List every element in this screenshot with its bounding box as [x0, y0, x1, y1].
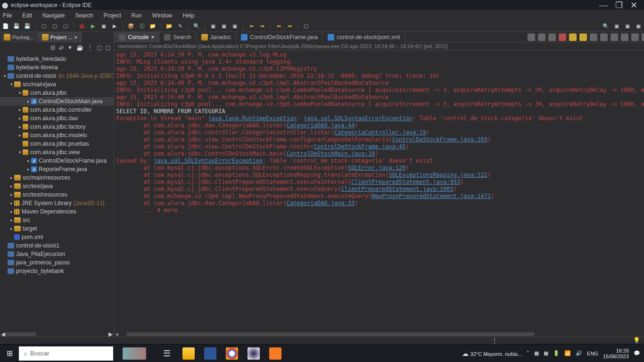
terminate-icon[interactable] [559, 33, 566, 41]
save-all-icon[interactable]: 💾 [24, 23, 31, 30]
save-icon[interactable]: 💾 [13, 23, 20, 30]
tab-close-icon[interactable]: × [151, 34, 154, 41]
xampp-icon[interactable] [265, 346, 286, 361]
toggle-icon[interactable]: ▣ [231, 23, 239, 30]
source-link[interactable]: CategoriaController.java:19 [334, 129, 426, 136]
minimize-button[interactable]: ― [599, 2, 608, 8]
search-icon[interactable]: 🔍 [193, 23, 200, 30]
source-link[interactable]: ControlDeStockFrame.java:45 [314, 143, 405, 150]
menu-project[interactable]: Project [103, 12, 121, 19]
task-view-button[interactable]: ☰ [157, 346, 177, 361]
project-node[interactable]: ▾control-de-stock(in 1846-Java-y-JDBC [0, 72, 114, 80]
java-file-node[interactable]: ▸ControlDeStockFrame.java [0, 156, 114, 165]
new-class-icon[interactable]: Ⓒ [138, 23, 146, 30]
tips-icon[interactable]: 💡 [633, 337, 640, 344]
project-node[interactable]: control-de-stock1 [0, 241, 114, 250]
cup-icon[interactable]: ☕ [76, 44, 83, 51]
wrap-icon[interactable] [600, 33, 608, 41]
package-node[interactable]: ▸com.alura.jdbc.modelo [0, 131, 114, 140]
toggle-icon[interactable]: ▣ [209, 23, 217, 30]
close-button[interactable]: ✕ [630, 2, 637, 8]
chrome-icon[interactable] [222, 346, 242, 361]
tab-project-explorer[interactable]: Project ... × [38, 32, 82, 42]
source-link[interactable]: ClientPreparedStatement.java:953 [351, 179, 460, 185]
notifications-icon[interactable]: 💬 [634, 350, 640, 356]
scroll-lock-icon[interactable] [548, 33, 556, 41]
open-console-icon[interactable] [611, 33, 618, 41]
weather-widget[interactable]: ☁ 32°C Mayorm. nubla... [462, 350, 522, 357]
minimize-icon[interactable] [631, 33, 639, 41]
source-link[interactable]: NewProxyPreparedStatement.java:1471 [372, 193, 491, 199]
remove-all-icon[interactable] [579, 33, 587, 41]
source-link[interactable]: ControlDeStockMain.java:10 [287, 150, 375, 157]
persp-debug-icon[interactable]: ▣ [624, 23, 631, 30]
file-node[interactable]: pom.xml [0, 233, 114, 241]
tab-javadoc[interactable]: Javadoc [197, 32, 237, 42]
new-icon[interactable]: 📄 [2, 23, 9, 30]
tab-console[interactable]: Console × [114, 32, 159, 42]
language-indicator[interactable]: ENG [587, 351, 598, 356]
project-node[interactable]: Java_PilaEjecucion [0, 250, 114, 258]
open-type-icon[interactable]: 📂 [165, 23, 173, 30]
remove-launch-icon[interactable] [569, 33, 577, 41]
menu-edit[interactable]: Edit [22, 12, 32, 19]
ext-run-icon[interactable]: ▶ [111, 23, 118, 30]
forward-icon[interactable]: ➡ [258, 23, 266, 30]
start-button[interactable]: ⊞ [0, 349, 19, 358]
project-node[interactable]: java_primeros_pasos [0, 258, 114, 267]
project-tree[interactable]: bytebank_heredado bytebank-libreria ▾con… [0, 53, 114, 332]
source-folder[interactable]: ▸src/test/resources [0, 190, 114, 199]
menu-search[interactable]: Search [75, 12, 93, 19]
tab-file[interactable]: ControlDeStockFrame.java [236, 32, 323, 42]
tree-scrollbar[interactable]: ◀▶ [0, 332, 114, 337]
console-scrollbar[interactable]: ◀▶ [114, 332, 644, 337]
source-link[interactable]: SQLError.java:120 [348, 165, 406, 171]
collapse-all-icon[interactable]: ⊟ [50, 44, 55, 51]
project-node[interactable]: bytebank-libreria [0, 63, 114, 72]
open-persp-icon[interactable]: ▣ [635, 23, 642, 30]
taskbar-search[interactable]: ⌕ Buscar [19, 346, 113, 361]
back-icon[interactable]: ⬅ [248, 23, 255, 30]
menu-run[interactable]: Run [132, 12, 142, 19]
maximize-button[interactable]: ❐ [615, 2, 623, 8]
package-node[interactable]: ▸com.alura.jdbc.dao [0, 114, 114, 123]
source-link[interactable]: ControlDeStockFrame.java:103 [392, 136, 487, 143]
source-folder[interactable]: ▸src/main/resources [0, 173, 114, 182]
volume-icon[interactable]: 🔊 [576, 350, 582, 356]
source-link[interactable]: CategoriaDAO.java:44 [287, 122, 355, 129]
status-dots-icon[interactable]: ⋮ [491, 337, 498, 345]
library-node[interactable]: ▸JRE System Library[JavaSE-11] [0, 199, 114, 207]
menu-navigate[interactable]: Navigate [42, 12, 65, 19]
new-pkg-icon[interactable]: 📦 [127, 23, 135, 30]
tray-icon[interactable]: ▦ [534, 350, 539, 356]
clock[interactable]: 18:2615/08/2023 [603, 348, 629, 359]
project-node[interactable]: bytebank_heredado [0, 55, 114, 63]
package-node[interactable]: ▾com.alura.jdbc [0, 89, 114, 97]
exception-link[interactable]: java.lang.RuntimeException [208, 115, 297, 122]
package-node[interactable]: ▸com.alura.jdbc.controller [0, 106, 114, 114]
tab-search[interactable]: Search [159, 32, 196, 42]
box-icon[interactable]: ▢ [302, 23, 310, 30]
minimize-view-icon[interactable]: ▢ [106, 44, 111, 51]
debug-icon[interactable]: 🐞 [78, 23, 86, 30]
eclipse-icon[interactable] [243, 346, 264, 361]
exception-link[interactable]: java.sql.SQLSyntaxErrorException [304, 115, 413, 122]
source-link[interactable]: CategoriaDAO.java:33 [287, 200, 355, 206]
forward2-icon[interactable]: ➡ [286, 23, 293, 30]
new-console-icon[interactable] [621, 33, 628, 41]
back2-icon[interactable]: ⬅ [275, 23, 282, 30]
package-node[interactable]: com.alura.jdbc.pruebas [0, 140, 114, 148]
pin-icon[interactable] [528, 33, 535, 41]
exception-link[interactable]: java.sql.SQLSyntaxErrorException [154, 157, 263, 164]
source-link[interactable]: ClientPreparedStatement.java:1003 [341, 186, 453, 192]
package-node[interactable]: ▾com.alura.jdbc.view [0, 148, 114, 156]
run-icon[interactable]: ▶ [89, 23, 97, 30]
display-icon[interactable] [538, 33, 545, 41]
tab-package-explorer[interactable]: Packag... [0, 32, 38, 42]
wifi-icon[interactable]: 📶 [564, 350, 571, 356]
java-file-node[interactable]: ▸ControlDeStockMain.java [0, 97, 114, 106]
source-folder[interactable]: ▾src/main/java [0, 80, 114, 89]
persp-java-icon[interactable]: ▣ [613, 23, 620, 30]
menu-file[interactable]: File [3, 12, 12, 19]
project-node[interactable]: proyecto_bytebank [0, 267, 114, 275]
